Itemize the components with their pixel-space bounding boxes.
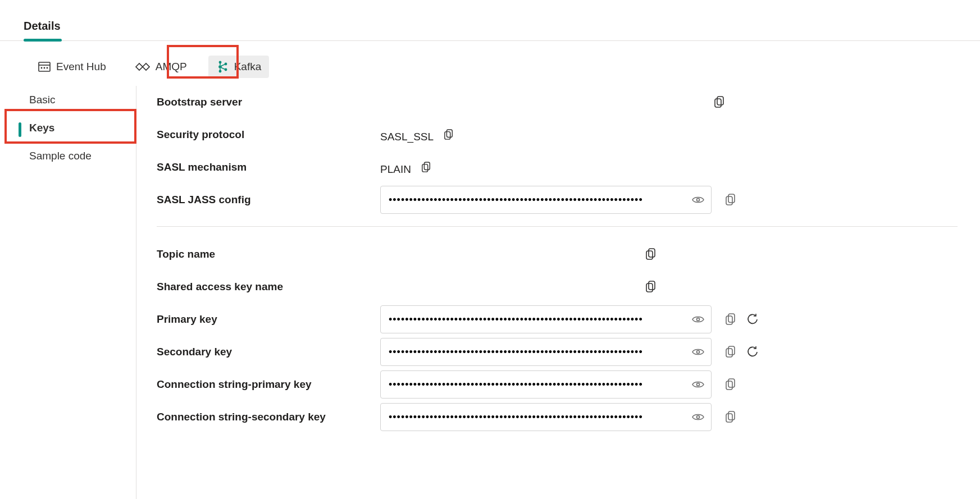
tab-details[interactable]: Details (24, 20, 61, 40)
reveal-primary-key-button[interactable] (691, 313, 705, 326)
svg-point-22 (697, 199, 700, 202)
svg-line-15 (221, 68, 225, 70)
refresh-icon (746, 346, 758, 358)
input-connection-string-secondary[interactable] (380, 403, 712, 431)
svg-marker-6 (143, 63, 149, 70)
copy-shared-access-key-name-button[interactable] (643, 279, 659, 295)
sidebar-item-basic[interactable]: Basic (0, 86, 136, 114)
svg-rect-33 (728, 346, 735, 355)
value-sasl-mechanism: PLAIN (380, 159, 712, 176)
svg-rect-39 (728, 411, 735, 420)
row-shared-access-key-name: Shared access key name (157, 271, 958, 303)
copy-connection-string-secondary-button[interactable] (723, 409, 739, 425)
copy-secondary-key-button[interactable] (723, 344, 739, 360)
label-connection-string-primary: Connection string-primary key (157, 378, 380, 391)
row-connection-string-secondary: Connection string-secondary key (157, 401, 958, 433)
svg-line-14 (221, 65, 225, 66)
copy-icon (725, 411, 736, 423)
protocol-tab-label: AMQP (156, 61, 187, 73)
label-sasl-jass-config: SASL JASS config (157, 194, 380, 206)
eye-icon (692, 348, 704, 356)
row-secondary-key: Secondary key (157, 336, 958, 368)
label-security-protocol: Security protocol (157, 129, 380, 141)
reveal-sasl-jass-config-button[interactable] (691, 193, 705, 207)
svg-rect-40 (726, 414, 732, 422)
svg-rect-0 (39, 62, 50, 71)
copy-bootstrap-server-button[interactable] (712, 94, 727, 110)
eye-icon (692, 413, 704, 421)
row-security-protocol: Security protocol SASL_SSL (157, 118, 958, 151)
input-sasl-jass-config[interactable] (380, 186, 712, 214)
sidebar-item-keys[interactable]: Keys (0, 114, 136, 142)
copy-icon (421, 162, 431, 173)
svg-rect-19 (444, 131, 450, 139)
side-nav: Basic Keys Sample code (0, 86, 136, 499)
eye-icon (692, 315, 704, 323)
copy-icon (725, 194, 736, 206)
copy-icon (444, 129, 454, 140)
svg-point-38 (697, 416, 700, 419)
eventhub-icon (38, 62, 51, 72)
copy-topic-name-button[interactable] (643, 246, 659, 262)
copy-sasl-mechanism-button[interactable] (418, 159, 434, 175)
row-topic-name: Topic name (157, 238, 958, 271)
input-connection-string-primary[interactable] (380, 370, 712, 399)
svg-point-11 (224, 68, 227, 71)
eye-icon (692, 196, 704, 204)
label-connection-string-secondary: Connection string-secondary key (157, 411, 380, 423)
copy-icon (645, 248, 657, 260)
protocol-tab-amqp[interactable]: AMQP (127, 56, 195, 77)
row-sasl-jass-config: SASL JASS config (157, 184, 958, 216)
svg-rect-36 (728, 379, 735, 387)
svg-rect-25 (649, 249, 655, 257)
label-shared-access-key-name: Shared access key name (157, 281, 380, 293)
sidebar-item-sample-code[interactable]: Sample code (0, 142, 136, 170)
copy-icon (645, 281, 657, 293)
copy-primary-key-button[interactable] (723, 312, 739, 327)
svg-rect-16 (717, 97, 723, 105)
input-primary-key[interactable] (380, 305, 712, 333)
refresh-icon (746, 313, 758, 326)
copy-sasl-jass-config-button[interactable] (723, 192, 739, 208)
regenerate-primary-key-button[interactable] (744, 312, 760, 327)
svg-rect-28 (646, 283, 653, 292)
svg-point-2 (41, 67, 43, 69)
kafka-icon (216, 60, 229, 74)
svg-point-4 (47, 67, 48, 69)
row-sasl-mechanism: SASL mechanism PLAIN (157, 151, 958, 184)
svg-point-10 (224, 63, 227, 66)
copy-icon (714, 96, 725, 108)
svg-rect-27 (649, 281, 655, 290)
keys-content-panel: Bootstrap server Security protocol SASL_… (136, 86, 980, 499)
protocol-tab-kafka[interactable]: Kafka (208, 56, 270, 78)
copy-security-protocol-button[interactable] (441, 127, 457, 143)
svg-rect-26 (646, 251, 653, 259)
reveal-connection-string-secondary-button[interactable] (691, 410, 705, 424)
protocol-tab-label: Event Hub (56, 61, 106, 73)
copy-icon (725, 378, 736, 391)
label-sasl-mechanism: SASL mechanism (157, 161, 380, 173)
value-security-protocol: SASL_SSL (380, 127, 712, 143)
row-primary-key: Primary key (157, 303, 958, 336)
reveal-secondary-key-button[interactable] (691, 345, 705, 359)
svg-point-9 (218, 70, 221, 73)
row-connection-string-primary: Connection string-primary key (157, 368, 958, 401)
copy-icon (725, 313, 736, 326)
svg-point-32 (697, 351, 700, 354)
protocol-tab-eventhub[interactable]: Event Hub (30, 56, 114, 77)
regenerate-secondary-key-button[interactable] (744, 344, 760, 360)
eye-icon (692, 381, 704, 388)
label-topic-name: Topic name (157, 248, 380, 260)
svg-rect-18 (446, 130, 452, 138)
copy-connection-string-primary-button[interactable] (723, 377, 739, 392)
svg-rect-24 (726, 196, 732, 205)
input-secondary-key[interactable] (380, 338, 712, 366)
svg-rect-23 (728, 194, 735, 203)
protocol-tab-label: Kafka (234, 61, 262, 73)
label-primary-key: Primary key (157, 313, 380, 326)
label-bootstrap-server: Bootstrap server (157, 96, 380, 108)
svg-point-35 (697, 383, 700, 386)
reveal-connection-string-primary-button[interactable] (691, 378, 705, 391)
svg-rect-34 (726, 349, 732, 357)
svg-point-3 (44, 67, 45, 69)
